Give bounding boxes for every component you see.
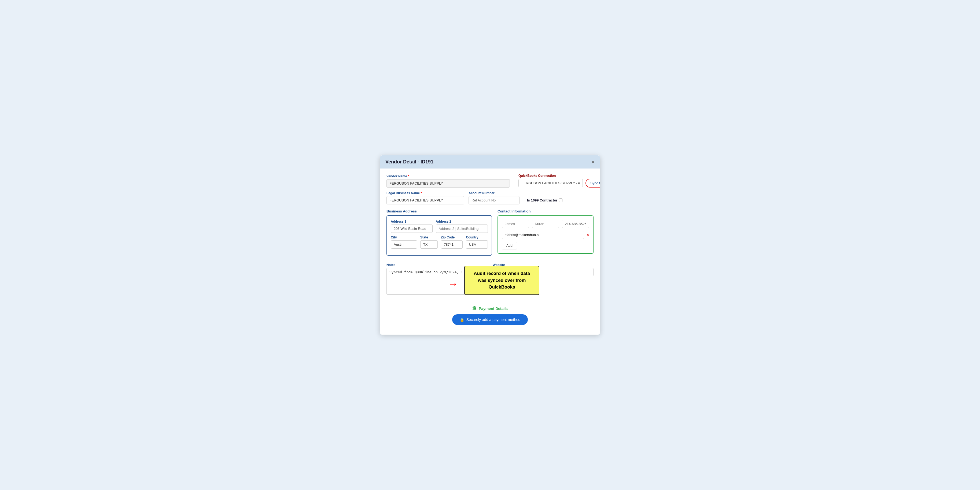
sync-quickbooks-button[interactable]: Sync from QuickBooks (585, 179, 600, 187)
required-star: * (408, 174, 409, 178)
legal-name-label: Legal Business Name * (387, 191, 464, 195)
is-1099-group: Is 1099 Contractor (527, 198, 562, 205)
contact-label: Contact Information (498, 209, 593, 213)
vendor-name-group: Vendor Name * (387, 174, 510, 187)
audit-tooltip: Audit record of when data was synced ove… (464, 266, 539, 295)
last-name-group (532, 220, 559, 228)
payment-title: 🏛 Payment Details (472, 306, 508, 311)
email-row: × (502, 231, 589, 239)
qb-connection-select[interactable]: FERGUSON FACILITIES SUPPLY - Au... (519, 179, 583, 187)
legal-name-input[interactable] (387, 196, 464, 205)
vendor-name-input[interactable] (387, 179, 510, 187)
country-label: Country (466, 235, 488, 239)
city-input[interactable] (391, 240, 417, 249)
zip-input[interactable] (441, 240, 463, 249)
zip-label: Zip Code (441, 235, 463, 239)
is-1099-checkbox[interactable] (559, 198, 562, 202)
address-box: Address 1 Address 2 City (387, 216, 492, 255)
first-name-group (502, 220, 529, 228)
modal-header: Vendor Detail - ID191 × (380, 155, 600, 168)
vendor-name-label: Vendor Name * (387, 174, 510, 178)
qb-connection-label: QuickBooks Connection (519, 174, 600, 178)
add-payment-button[interactable]: 🔒 Securely add a payment method (452, 314, 528, 325)
arrow-icon: → (448, 278, 458, 290)
account-number-label: Account Number (469, 191, 520, 195)
payment-section: 🏛 Payment Details 🔒 Securely add a payme… (387, 303, 593, 329)
phone-input[interactable] (562, 220, 589, 228)
state-label: State (420, 235, 438, 239)
address1-label: Address 1 (391, 220, 433, 224)
close-button[interactable]: × (591, 159, 595, 165)
address-row-1: Address 1 Address 2 (391, 220, 488, 233)
business-address-section: Business Address Address 1 Address 2 (387, 208, 492, 259)
phone-group (562, 220, 589, 228)
business-address-label: Business Address (387, 209, 492, 213)
contact-section: Contact Information (498, 208, 593, 259)
address-row-2: City State Zip Code Country (391, 235, 488, 249)
contact-name-row (502, 220, 589, 228)
bank-icon: 🏛 (472, 306, 477, 311)
country-group: Country (466, 235, 488, 249)
address-contact-row: Business Address Address 1 Address 2 (387, 208, 593, 259)
qb-connection-group: QuickBooks Connection FERGUSON FACILITIE… (519, 174, 600, 187)
modal-body: Vendor Name * QuickBooks Connection FERG… (380, 168, 600, 335)
address2-label: Address 2 (436, 220, 488, 224)
is-1099-label: Is 1099 Contractor (527, 198, 557, 202)
vendor-qb-row: Vendor Name * QuickBooks Connection FERG… (387, 174, 593, 187)
modal-title: Vendor Detail - ID191 (385, 159, 433, 165)
legal-required-star: * (420, 191, 422, 195)
address1-group: Address 1 (391, 220, 433, 233)
address2-group: Address 2 (436, 220, 488, 233)
legal-account-row: Legal Business Name * Account Number Is … (387, 191, 593, 205)
state-group: State (420, 235, 438, 249)
account-number-group: Account Number (469, 191, 520, 205)
city-group: City (391, 235, 417, 249)
address1-input[interactable] (391, 225, 433, 233)
country-input[interactable] (466, 240, 488, 249)
vendor-detail-modal: Vendor Detail - ID191 × Vendor Name * Qu… (380, 155, 600, 335)
first-name-input[interactable] (502, 220, 529, 228)
state-input[interactable] (420, 240, 438, 249)
city-label: City (391, 235, 417, 239)
lock-icon: 🔒 (460, 317, 464, 322)
add-contact-button[interactable]: Add (502, 242, 517, 249)
remove-email-button[interactable]: × (586, 233, 589, 237)
notes-website-section: Notes Synced from QBOnline on 2/9/2024, … (387, 263, 593, 295)
account-number-input[interactable] (469, 196, 520, 205)
last-name-input[interactable] (532, 220, 559, 228)
contact-box: × Add (498, 216, 593, 254)
address2-input[interactable] (436, 225, 488, 233)
legal-name-group: Legal Business Name * (387, 191, 464, 205)
email-input[interactable] (502, 231, 584, 239)
zip-group: Zip Code (441, 235, 463, 249)
